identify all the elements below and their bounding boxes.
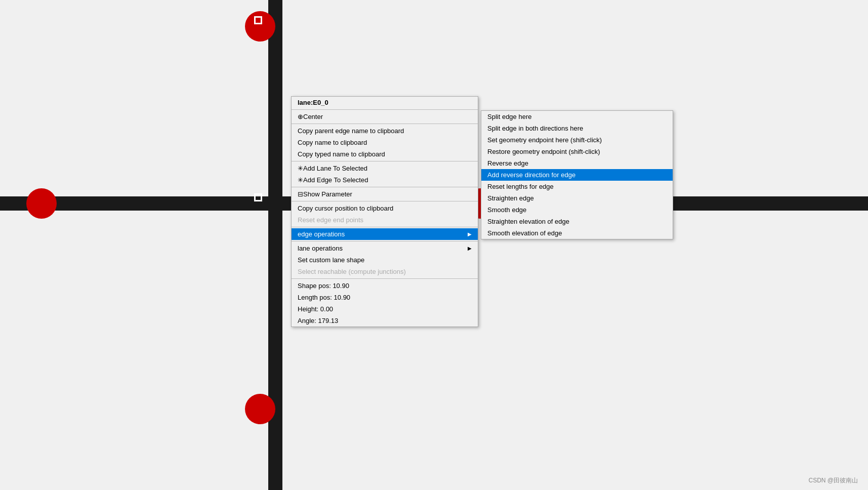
reset-edge-label: Reset edge end points [298, 216, 363, 224]
submenu-item-add-reverse[interactable]: Add reverse direction for edge [481, 169, 673, 181]
context-menu: lane:E0_0 ⊕Center Copy parent edge name … [291, 96, 478, 327]
submenu-item-reverse-edge[interactable]: Reverse edge [481, 157, 673, 169]
copy-cursor-label: Copy cursor position to clipboard [298, 205, 393, 212]
junction-center-icon [254, 16, 262, 24]
edge-ops-submenu: Split edge here Split edge in both direc… [481, 110, 673, 239]
menu-item-copy-cursor[interactable]: Copy cursor position to clipboard [292, 202, 478, 214]
add-edge-label: ✳Add Edge To Selected [298, 176, 368, 184]
sep1 [292, 161, 478, 161]
menu-item-copy-name[interactable]: Copy name to clipboard [292, 137, 478, 148]
sep-after-title [292, 109, 478, 110]
menu-item-reset-edge: Reset edge end points [292, 214, 478, 226]
junction-top[interactable] [245, 11, 275, 42]
menu-item-length-pos: Length pos: 10.90 [292, 292, 478, 303]
submenu-item-straighten-elev[interactable]: Straighten elevation of edge [481, 216, 673, 227]
menu-item-select-reachable: Select reachable (compute junctions) [292, 266, 478, 277]
copy-name-label: Copy name to clipboard [298, 139, 367, 146]
menu-item-copy-parent[interactable]: Copy parent edge name to clipboard [292, 125, 478, 137]
menu-item-copy-typed[interactable]: Copy typed name to clipboard [292, 148, 478, 160]
copy-typed-label: Copy typed name to clipboard [298, 150, 385, 158]
junction-bottom[interactable] [245, 394, 275, 424]
menu-item-angle: Angle: 179.13 [292, 315, 478, 326]
length-pos-label: Length pos: 10.90 [298, 294, 350, 301]
copy-parent-label: Copy parent edge name to clipboard [298, 127, 404, 135]
submenu-item-reset-lengths[interactable]: Reset lengths for edge [481, 181, 673, 192]
junction-bracket-icon [254, 193, 262, 201]
sep5 [292, 241, 478, 241]
edge-ops-label: edge operations [298, 230, 345, 238]
submenu-item-smooth[interactable]: Smooth edge [481, 204, 673, 216]
submenu-item-set-geom[interactable]: Set geometry endpoint here (shift-click) [481, 134, 673, 146]
height-label: Height: 0.00 [298, 305, 333, 313]
canvas: lane:E0_0 ⊕Center Copy parent edge name … [0, 0, 868, 490]
show-param-label: ⊟Show Parameter [298, 190, 352, 198]
menu-item-center[interactable]: ⊕Center [292, 111, 478, 123]
menu-item-add-edge[interactable]: ✳Add Edge To Selected [292, 174, 478, 186]
submenu-item-smooth-elev[interactable]: Smooth elevation of edge [481, 227, 673, 239]
menu-item-edge-ops[interactable]: edge operations [292, 228, 478, 240]
junction-left[interactable] [26, 188, 57, 219]
sep2 [292, 187, 478, 187]
angle-label: Angle: 179.13 [298, 317, 338, 324]
menu-item-height: Height: 0.00 [292, 303, 478, 315]
sep3 [292, 201, 478, 201]
menu-item-show-param[interactable]: ⊟Show Parameter [292, 188, 478, 200]
menu-item-shape-pos: Shape pos: 10.90 [292, 280, 478, 292]
menu-item-lane-ops[interactable]: lane operations [292, 242, 478, 254]
menu-item-set-custom[interactable]: Set custom lane shape [292, 254, 478, 266]
submenu-item-split-here[interactable]: Split edge here [481, 111, 673, 123]
select-reachable-label: Select reachable (compute junctions) [298, 268, 406, 275]
menu-item-add-lane[interactable]: ✳Add Lane To Selected [292, 162, 478, 174]
context-menu-title: lane:E0_0 [292, 97, 478, 108]
shape-pos-label: Shape pos: 10.90 [298, 282, 349, 290]
submenu-item-straighten[interactable]: Straighten edge [481, 192, 673, 204]
sep6 [292, 278, 478, 279]
sep0 [292, 124, 478, 124]
submenu-item-restore-geom[interactable]: Restore geometry endpoint (shift-click) [481, 146, 673, 157]
set-custom-label: Set custom lane shape [298, 256, 364, 264]
center-label: ⊕Center [298, 113, 323, 120]
lane-ops-label: lane operations [298, 244, 343, 252]
add-lane-label: ✳Add Lane To Selected [298, 165, 367, 172]
sep4 [292, 227, 478, 227]
watermark: CSDN @田彼南山 [808, 476, 858, 485]
submenu-item-split-both[interactable]: Split edge in both directions here [481, 123, 673, 134]
